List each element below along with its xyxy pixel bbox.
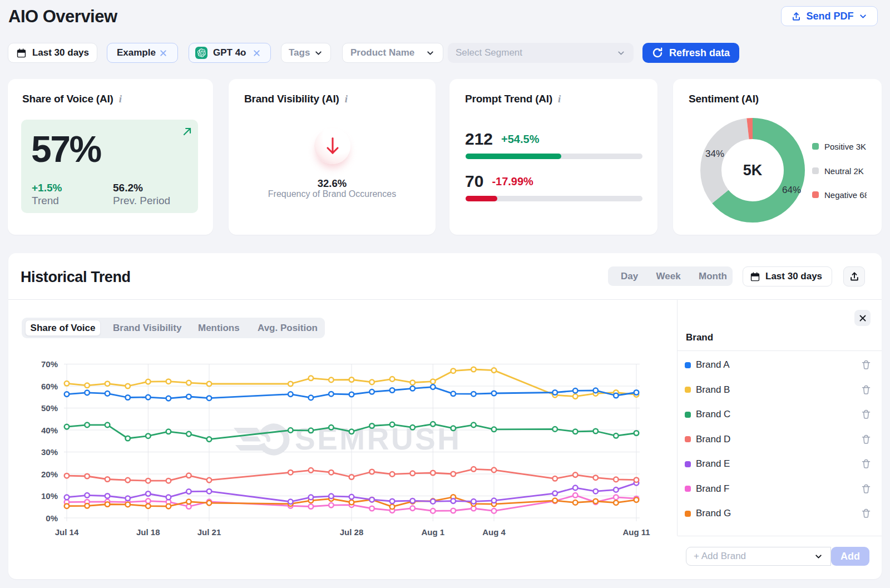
svg-text:Aug 4: Aug 4: [482, 527, 506, 537]
svg-text:Jul 28: Jul 28: [340, 527, 364, 537]
svg-text:Aug 1: Aug 1: [421, 527, 444, 537]
svg-text:Jul 21: Jul 21: [197, 527, 221, 537]
svg-text:30%: 30%: [41, 447, 58, 457]
svg-text:40%: 40%: [41, 426, 58, 435]
svg-text:Jul 14: Jul 14: [55, 527, 79, 537]
svg-text:20%: 20%: [41, 470, 58, 479]
svg-text:0%: 0%: [46, 513, 58, 523]
svg-text:SEMRUSH: SEMRUSH: [295, 422, 462, 456]
svg-text:10%: 10%: [41, 491, 58, 501]
svg-text:Jul 18: Jul 18: [136, 527, 160, 537]
svg-text:Aug 11: Aug 11: [622, 527, 650, 537]
svg-text:60%: 60%: [41, 382, 58, 391]
svg-text:50%: 50%: [41, 403, 58, 413]
svg-text:70%: 70%: [41, 359, 58, 369]
